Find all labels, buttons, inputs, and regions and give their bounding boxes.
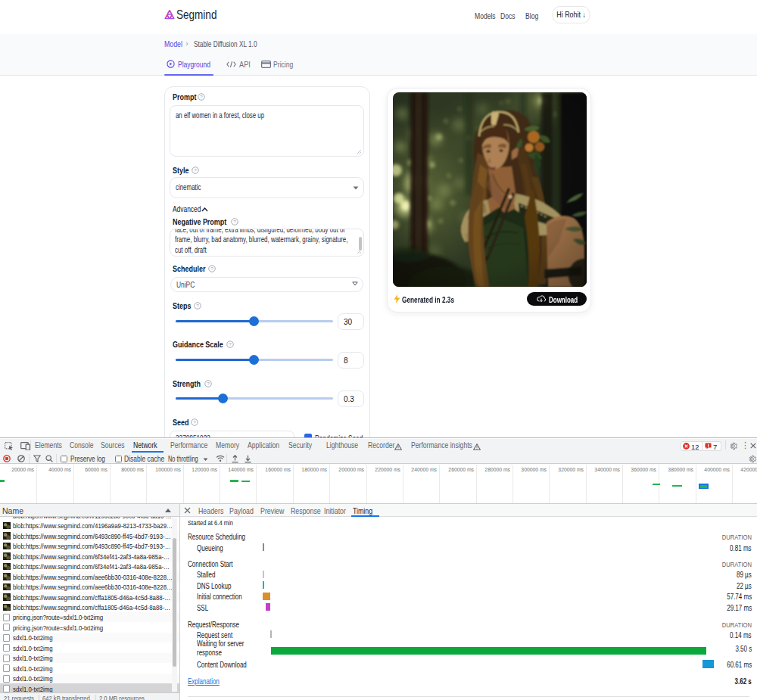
- svg-text:?: ?: [193, 419, 196, 425]
- svg-text:?: ?: [194, 167, 197, 173]
- svg-text:?: ?: [210, 266, 213, 271]
- svg-text:?: ?: [207, 381, 210, 386]
- svg-text:?: ?: [233, 219, 236, 224]
- svg-text:?: ?: [196, 303, 199, 308]
- svg-text:?: ?: [200, 94, 203, 99]
- svg-text:?: ?: [229, 341, 232, 347]
